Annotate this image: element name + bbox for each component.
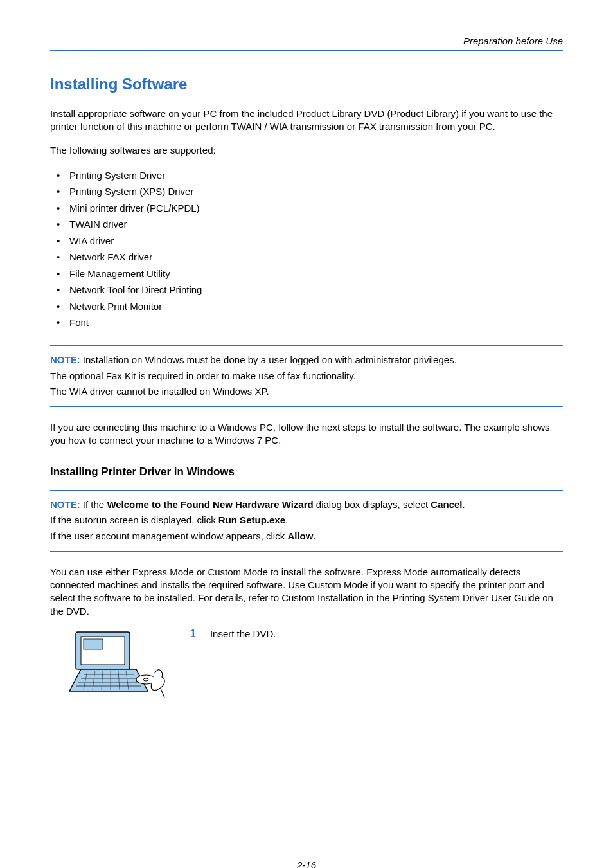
list-item: Network Tool for Direct Printing (57, 282, 563, 298)
note-block-2: NOTE: If the Welcome to the Found New Ha… (50, 490, 563, 552)
note-line: NOTE: If the Welcome to the Found New Ha… (50, 497, 563, 513)
step-1-text: 1 Insert the DVD. (190, 628, 276, 640)
note-label: NOTE: (50, 354, 80, 365)
note-line: If the autorun screen is displayed, clic… (50, 512, 563, 529)
note-text: . (313, 530, 315, 541)
list-item: Mini printer driver (PCL/KPDL) (57, 200, 563, 217)
page: Preparation before Use Installing Softwa… (0, 0, 613, 868)
note-line: NOTE: Installation on Windows must be do… (50, 352, 563, 368)
note-text: . (285, 514, 288, 525)
modes-paragraph: You can use either Express Mode or Custo… (50, 566, 563, 618)
laptop-dvd-illustration (64, 628, 173, 705)
software-list: Printing System Driver Printing System (… (57, 167, 563, 331)
list-item: Network FAX driver (57, 249, 563, 266)
note-text: If the (80, 499, 107, 510)
step-instruction: Insert the DVD. (210, 628, 276, 640)
note-text: dialog box displays, select (314, 499, 431, 510)
note-text: If the autorun screen is displayed, clic… (50, 514, 218, 525)
note-bold: Cancel (431, 499, 462, 510)
running-header: Preparation before Use (50, 35, 563, 51)
note-text: Installation on Windows must be done by … (80, 354, 457, 365)
list-item: Printing System (XPS) Driver (57, 183, 563, 200)
note-line: The WIA driver cannot be installed on Wi… (50, 384, 563, 400)
list-item: TWAIN driver (57, 216, 563, 233)
section-title: Installing Software (50, 75, 563, 93)
list-item: Network Print Monitor (57, 298, 563, 315)
list-item: Font (57, 314, 563, 331)
note-bold: Allow (287, 530, 313, 541)
note-line: The optional Fax Kit is required in orde… (50, 368, 563, 384)
subsection-heading: Installing Printer Driver in Windows (50, 466, 563, 478)
list-item: File Management Utility (57, 266, 563, 282)
intro-paragraph: Install appropriate software on your PC … (50, 107, 563, 134)
list-item: WIA driver (57, 233, 563, 249)
svg-point-15 (143, 678, 148, 681)
note-label: NOTE: (50, 499, 80, 510)
note-bold: Run Setup.exe (218, 514, 285, 525)
page-number: 2-16 (297, 860, 316, 868)
list-item: Printing System Driver (57, 167, 563, 184)
connect-paragraph: If you are connecting this machine to a … (50, 421, 563, 448)
note-block-1: NOTE: Installation on Windows must be do… (50, 345, 563, 407)
note-text: . (463, 499, 465, 510)
page-footer: 2-16 (50, 853, 563, 868)
svg-rect-2 (84, 639, 103, 649)
note-bold: Welcome to the Found New Hardware Wizard (107, 499, 313, 510)
step-1-row: 1 Insert the DVD. (50, 628, 563, 705)
note-line: If the user account management window ap… (50, 529, 563, 545)
note-text: If the user account management window ap… (50, 530, 287, 541)
step-number: 1 (190, 628, 196, 640)
supported-line: The following softwares are supported: (50, 144, 563, 157)
